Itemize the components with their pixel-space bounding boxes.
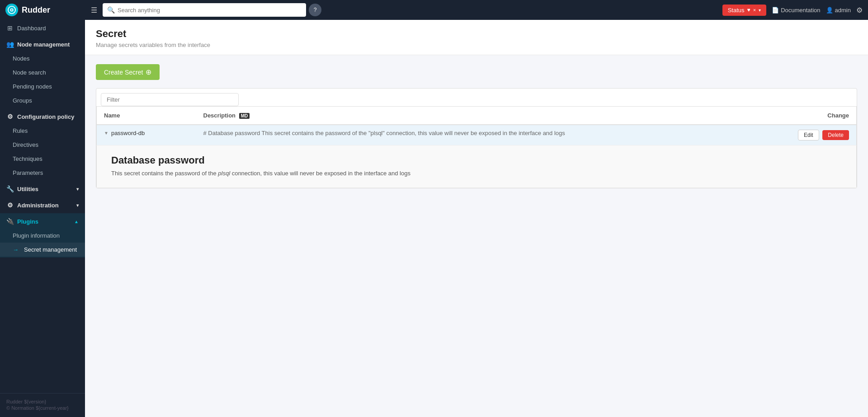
- administration-chevron-icon: ▾: [76, 203, 79, 208]
- search-bar: 🔍: [103, 3, 306, 17]
- sidebar-header-node-management[interactable]: 👥 Node management: [0, 37, 85, 52]
- col-name-header: Name: [97, 107, 196, 125]
- sidebar-item-rules[interactable]: Rules: [0, 124, 85, 138]
- user-icon: 👤: [826, 7, 833, 14]
- help-icon[interactable]: ?: [309, 4, 321, 16]
- settings-icon[interactable]: ⚙: [856, 6, 863, 14]
- administration-icon: ⚙: [6, 201, 14, 209]
- page-title: Secret: [96, 28, 857, 40]
- secrets-table: Name Description MD Change: [96, 106, 857, 188]
- page-subtitle: Manage secrets variables from the interf…: [96, 42, 857, 48]
- search-input[interactable]: [118, 7, 302, 14]
- md-badge: MD: [239, 113, 250, 119]
- table-header-row: Name Description MD Change: [97, 107, 857, 125]
- main-content: Secret Manage secrets variables from the…: [85, 20, 868, 417]
- logo-icon: [5, 4, 18, 16]
- status-chevron-icon: ▾: [759, 8, 761, 13]
- expanded-title: Database password: [111, 155, 842, 166]
- heart-icon: ♥: [747, 7, 750, 13]
- footer-copyright: © Normation ${current-year}: [6, 405, 79, 411]
- utilities-icon: 🔧: [6, 185, 14, 192]
- status-button[interactable]: Status ♥ × ▾: [722, 5, 766, 16]
- sidebar-item-techniques[interactable]: Techniques: [0, 152, 85, 166]
- table-body: ▼ password-db # Database password This s…: [97, 125, 857, 188]
- documentation-link[interactable]: 📄 Documentation: [772, 7, 820, 14]
- sidebar-section-configuration-policy: ⚙ Configuration policy Rules Directives …: [0, 108, 85, 181]
- sidebar: ⊞ Dashboard 👥 Node management Nodes Node…: [0, 20, 85, 417]
- secret-description: # Database password This secret contains…: [203, 130, 565, 136]
- app-logo: Rudder: [5, 4, 89, 16]
- user-menu[interactable]: 👤 admin: [826, 7, 851, 14]
- configuration-policy-icon: ⚙: [6, 113, 14, 120]
- sidebar-item-plugin-information[interactable]: Plugin information: [0, 229, 85, 243]
- utilities-chevron-icon: ▾: [76, 187, 79, 192]
- sidebar-item-nodes[interactable]: Nodes: [0, 52, 85, 66]
- sidebar-item-parameters[interactable]: Parameters: [0, 166, 85, 180]
- filter-input[interactable]: [101, 93, 239, 106]
- page-header: Secret Manage secrets variables from the…: [85, 20, 868, 55]
- expanded-detail-cell: Database password This secret contains t…: [97, 145, 857, 188]
- content-area: Create Secret ⊕ Name Description: [85, 55, 868, 197]
- table-header: Name Description MD Change: [97, 107, 857, 125]
- sidebar-item-node-search[interactable]: Node search: [0, 66, 85, 80]
- plus-icon: ⊕: [146, 68, 151, 76]
- sidebar-header-utilities[interactable]: 🔧 Utilities ▾: [0, 182, 85, 196]
- layout: ⊞ Dashboard 👥 Node management Nodes Node…: [0, 20, 868, 417]
- topbar: Rudder ☰ 🔍 ? Status ♥ × ▾ 📄 Documentatio…: [0, 0, 868, 20]
- row-expand-icon[interactable]: ▼: [104, 131, 108, 136]
- table-row: ▼ password-db # Database password This s…: [97, 125, 857, 145]
- footer-version: Rudder ${version}: [6, 399, 79, 404]
- sidebar-item-groups[interactable]: Groups: [0, 94, 85, 108]
- expanded-description: This secret contains the password of the…: [111, 170, 842, 177]
- col-change-header: Change: [758, 107, 856, 125]
- sidebar-section-node-management: 👥 Node management Nodes Node search Pend…: [0, 36, 85, 108]
- sidebar-item-pending-nodes[interactable]: Pending nodes: [0, 80, 85, 94]
- app-title: Rudder: [22, 5, 50, 15]
- sidebar-section-utilities: 🔧 Utilities ▾: [0, 181, 85, 197]
- sidebar-header-administration[interactable]: ⚙ Administration ▾: [0, 198, 85, 212]
- status-x-icon: ×: [753, 7, 756, 13]
- secrets-table-section: Name Description MD Change: [96, 88, 857, 188]
- sidebar-section-administration: ⚙ Administration ▾: [0, 197, 85, 213]
- plugins-icon: 🔌: [6, 218, 14, 225]
- search-icon: 🔍: [107, 6, 115, 14]
- secret-description-cell: # Database password This secret contains…: [196, 125, 759, 145]
- svg-point-2: [11, 9, 13, 11]
- actions-cell: Edit Delete: [758, 125, 856, 145]
- sidebar-section-dashboard: ⊞ Dashboard: [0, 20, 85, 36]
- node-management-icon: 👥: [6, 41, 14, 48]
- delete-button[interactable]: Delete: [822, 130, 849, 140]
- current-page-arrow-icon: →: [13, 246, 19, 253]
- sidebar-item-directives[interactable]: Directives: [0, 138, 85, 152]
- sidebar-item-dashboard[interactable]: ⊞ Dashboard: [0, 21, 85, 35]
- secret-name-cell: ▼ password-db: [97, 125, 196, 145]
- sidebar-header-plugins[interactable]: 🔌 Plugins ▲: [0, 214, 85, 229]
- sidebar-item-secret-management[interactable]: → Secret management: [0, 243, 85, 257]
- filter-row: [96, 89, 857, 106]
- doc-icon: 📄: [772, 7, 779, 14]
- topbar-right: Status ♥ × ▾ 📄 Documentation 👤 admin ⚙: [722, 5, 863, 16]
- expanded-italic: plsql: [218, 170, 230, 177]
- edit-button[interactable]: Edit: [798, 130, 819, 141]
- sidebar-header-configuration-policy[interactable]: ⚙ Configuration policy: [0, 109, 85, 124]
- col-description-header: Description MD: [196, 107, 759, 125]
- plugins-chevron-icon: ▲: [74, 219, 79, 224]
- hamburger-icon[interactable]: ☰: [89, 4, 99, 16]
- sidebar-section-plugins: 🔌 Plugins ▲ Plugin information → Secret …: [0, 213, 85, 258]
- create-secret-button[interactable]: Create Secret ⊕: [96, 64, 160, 80]
- status-label: Status: [728, 7, 745, 14]
- sidebar-footer: Rudder ${version} © Normation ${current-…: [0, 393, 85, 417]
- secret-name: password-db: [111, 130, 145, 136]
- dashboard-icon: ⊞: [6, 24, 14, 32]
- expanded-detail-row: Database password This secret contains t…: [97, 145, 857, 188]
